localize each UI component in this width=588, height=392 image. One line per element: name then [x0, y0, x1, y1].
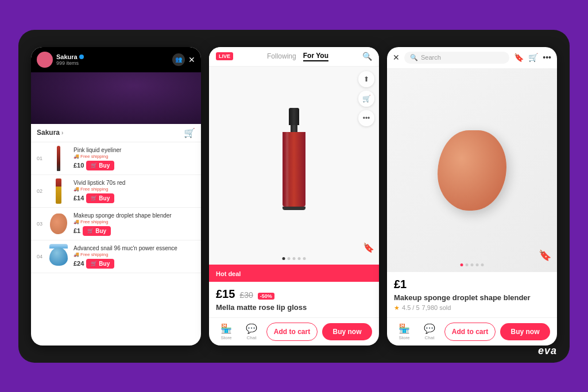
cart-icon: 🛒	[91, 261, 97, 266]
bookmark-icon[interactable]: 🔖	[363, 242, 374, 253]
buy-button[interactable]: 🛒 Buy	[86, 161, 114, 170]
store-action[interactable]: 🏪 Store	[216, 323, 237, 340]
dot-5	[303, 257, 306, 260]
tab-following[interactable]: Following	[267, 52, 296, 60]
eva-logo: eva	[538, 345, 557, 357]
carousel-dots	[283, 257, 306, 260]
eyeliner-visual	[57, 146, 60, 171]
lipstick-visual	[56, 178, 61, 204]
buy-button[interactable]: 🛒 Buy	[86, 193, 114, 203]
product-number: 04	[37, 254, 44, 259]
product-item: 04 Advanced snail 96 muc'n power essence…	[31, 240, 201, 273]
add-to-cart-button[interactable]: Add to cart	[444, 323, 496, 341]
phone1-header: Sakura 999 items 👥 ✕	[31, 47, 201, 72]
product-image	[48, 146, 69, 171]
chat-action[interactable]: 💬 Chat	[419, 323, 440, 340]
lipgloss-neck	[291, 125, 297, 132]
rating-value: 4.5 / 5	[402, 304, 420, 311]
product-price: £24	[74, 260, 84, 267]
store-label: Store	[220, 335, 231, 340]
dot-3	[471, 263, 474, 266]
product-info-section: £15 £30 -50% Mella matte rose lip gloss	[209, 282, 379, 317]
cart-icon: 🛒	[91, 162, 97, 168]
shop-name[interactable]: Sakura ›	[37, 129, 63, 137]
dot-1	[461, 263, 463, 266]
buy-now-button[interactable]: Buy now	[322, 323, 372, 340]
product-info: Makeup sponge droplet shape blender 🚚Fre…	[74, 212, 195, 236]
cart-icon: 🛒	[87, 228, 94, 234]
rating-row: ★ 4.5 / 5 7,980 sold	[394, 304, 550, 312]
jar-visual	[49, 247, 68, 266]
chat-action[interactable]: 💬 Chat	[241, 323, 262, 340]
free-shipping-label: 🚚Free shipping	[74, 187, 195, 192]
more-icon[interactable]: •••	[358, 110, 374, 126]
live-badge: LIVE	[216, 52, 233, 60]
store-icon: 🏪	[399, 323, 410, 334]
product-list: 01 Pink liquid eyeliner 🚚Free shipping £…	[31, 142, 201, 346]
price-buy-row: £10 🛒 Buy	[74, 161, 195, 170]
chat-icon: 💬	[246, 323, 257, 334]
sponge-visual	[50, 214, 67, 234]
buy-now-button[interactable]: Buy now	[500, 323, 550, 340]
star-icon: ★	[394, 304, 400, 312]
sponge-visual	[438, 130, 506, 211]
close-icon[interactable]: ✕	[188, 55, 195, 64]
product-number: 01	[37, 156, 44, 161]
product-actions: ⬆ 🛒 •••	[358, 71, 374, 126]
product-number: 03	[37, 221, 44, 227]
lipgloss-visual	[277, 108, 311, 223]
share-icon[interactable]: ⬆	[358, 71, 374, 87]
video-background	[31, 72, 201, 124]
lipgloss-bottom	[283, 207, 305, 210]
bookmark-icon[interactable]: 🔖	[514, 53, 524, 62]
cart-icon[interactable]: 🛒	[528, 53, 538, 62]
buy-button[interactable]: 🛒 Buy	[86, 259, 114, 269]
product-name: Advanced snail 96 muc'n power essence	[74, 244, 195, 252]
bookmark-icon[interactable]: 🔖	[539, 249, 551, 262]
product-info: Advanced snail 96 muc'n power essence 🚚F…	[74, 244, 195, 269]
share-icon[interactable]: 👥	[172, 53, 185, 66]
product-area: ⬆ 🛒 ••• 🔖	[209, 67, 379, 265]
cart-icon[interactable]: 🛒	[358, 91, 374, 107]
free-shipping-label: 🚚Free shipping	[74, 219, 195, 224]
add-to-cart-button[interactable]: Add to cart	[266, 323, 318, 341]
close-icon[interactable]: ✕	[393, 53, 400, 62]
product-image	[48, 211, 69, 236]
buy-button[interactable]: 🛒 Buy	[83, 226, 111, 236]
carousel-dots	[461, 263, 484, 266]
phone-1: Sakura 999 items 👥 ✕ Sakura › 🛒 01	[31, 47, 201, 346]
jar-body	[49, 247, 68, 266]
search-icon: 🔍	[410, 54, 418, 61]
nav-tabs: Following For You	[267, 52, 328, 61]
product-price: £1	[74, 227, 80, 234]
header-icons: 🔖 🛒 •••	[514, 53, 551, 62]
product-item: 01 Pink liquid eyeliner 🚚Free shipping £…	[31, 142, 201, 175]
dot-1	[283, 257, 285, 260]
store-label: Store	[399, 335, 409, 340]
phone2-header: LIVE Following For You 🔍	[209, 47, 379, 67]
lipstick-top	[56, 178, 61, 187]
lipgloss-cap	[289, 108, 299, 125]
tab-for-you[interactable]: For You	[303, 52, 328, 61]
phone3-header: ✕ 🔍 Search 🔖 🛒 •••	[387, 47, 557, 69]
price-buy-row: £24 🛒 Buy	[74, 259, 195, 269]
sold-count: 7,980 sold	[422, 304, 451, 311]
chat-label: Chat	[247, 335, 257, 340]
product-name: Pink liquid eyeliner	[74, 146, 195, 154]
product-name: Makeup sponge droplet shape blender	[74, 212, 195, 219]
product-info: Vivid lipstick 70s red 🚚Free shipping £1…	[74, 179, 195, 203]
price-new: £15	[216, 288, 235, 301]
phone-3: ✕ 🔍 Search 🔖 🛒 ••• 🔖 £1	[387, 47, 557, 346]
chat-label: Chat	[425, 335, 435, 340]
header-icons: 👥 ✕	[172, 53, 195, 66]
store-action[interactable]: 🏪 Store	[394, 323, 415, 340]
more-icon[interactable]: •••	[543, 53, 551, 62]
search-bar[interactable]: 🔍 Search	[404, 52, 509, 64]
search-icon[interactable]: 🔍	[362, 52, 372, 61]
cart-icon[interactable]: 🛒	[184, 127, 195, 138]
device-frame: Sakura 999 items 👥 ✕ Sakura › 🛒 01	[18, 30, 570, 363]
product-info: Pink liquid eyeliner 🚚Free shipping £10 …	[74, 146, 195, 170]
product-item: 02 Vivid lipstick 70s red 🚚Free shipping…	[31, 175, 201, 208]
product-image-area: 🔖	[387, 69, 557, 272]
phone-2: LIVE Following For You 🔍 ⬆ 🛒 •••	[209, 47, 379, 346]
